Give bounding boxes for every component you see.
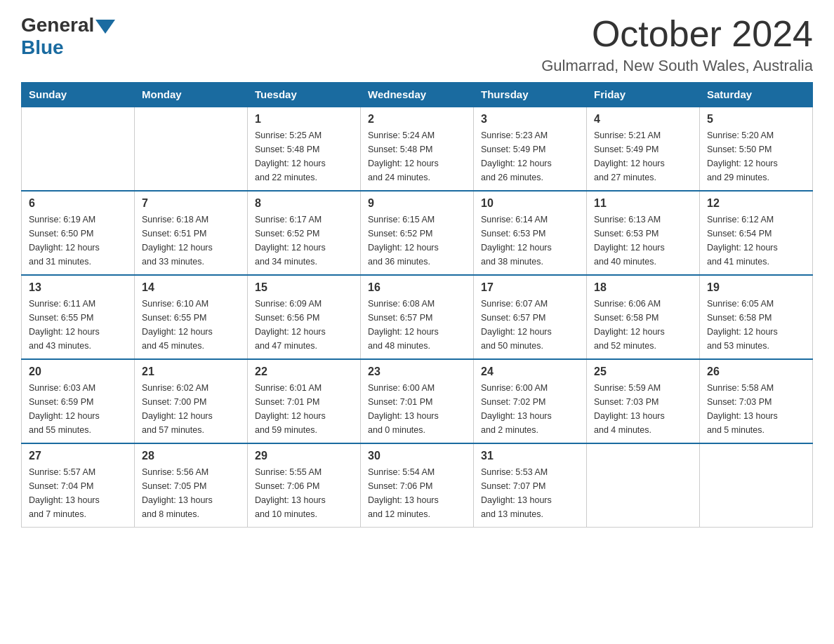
day-info: Sunrise: 5:24 AMSunset: 5:48 PMDaylight:… <box>368 128 466 185</box>
calendar-cell: 8Sunrise: 6:17 AMSunset: 6:52 PMDaylight… <box>248 191 361 275</box>
day-info: Sunrise: 6:17 AMSunset: 6:52 PMDaylight:… <box>255 213 353 269</box>
day-number: 18 <box>594 281 692 294</box>
calendar-cell: 24Sunrise: 6:00 AMSunset: 7:02 PMDayligh… <box>474 359 587 443</box>
day-number: 19 <box>707 281 805 294</box>
calendar-cell: 1Sunrise: 5:25 AMSunset: 5:48 PMDaylight… <box>248 107 361 191</box>
calendar-cell: 21Sunrise: 6:02 AMSunset: 7:00 PMDayligh… <box>135 359 248 443</box>
calendar-cell: 6Sunrise: 6:19 AMSunset: 6:50 PMDaylight… <box>22 191 135 275</box>
calendar-cell: 10Sunrise: 6:14 AMSunset: 6:53 PMDayligh… <box>474 191 587 275</box>
column-header-friday: Friday <box>587 83 700 107</box>
day-info: Sunrise: 6:03 AMSunset: 6:59 PMDaylight:… <box>29 381 127 437</box>
calendar-cell <box>22 107 135 191</box>
day-number: 4 <box>594 113 692 126</box>
day-info: Sunrise: 5:23 AMSunset: 5:49 PMDaylight:… <box>481 128 579 185</box>
week-row-3: 20Sunrise: 6:03 AMSunset: 6:59 PMDayligh… <box>22 359 813 443</box>
calendar-cell: 18Sunrise: 6:06 AMSunset: 6:58 PMDayligh… <box>587 275 700 359</box>
column-header-monday: Monday <box>135 83 248 107</box>
day-number: 29 <box>255 450 353 462</box>
calendar-table: SundayMondayTuesdayWednesdayThursdayFrid… <box>21 82 813 528</box>
calendar-cell: 28Sunrise: 5:56 AMSunset: 7:05 PMDayligh… <box>135 443 248 528</box>
day-number: 27 <box>29 450 127 462</box>
calendar-cell: 26Sunrise: 5:58 AMSunset: 7:03 PMDayligh… <box>700 359 813 443</box>
calendar-cell <box>135 107 248 191</box>
calendar-cell: 5Sunrise: 5:20 AMSunset: 5:50 PMDaylight… <box>700 107 813 191</box>
day-info: Sunrise: 6:13 AMSunset: 6:53 PMDaylight:… <box>594 213 692 269</box>
day-info: Sunrise: 5:25 AMSunset: 5:48 PMDaylight:… <box>255 128 353 185</box>
day-info: Sunrise: 6:01 AMSunset: 7:01 PMDaylight:… <box>255 381 353 437</box>
day-number: 28 <box>142 450 240 462</box>
week-row-4: 27Sunrise: 5:57 AMSunset: 7:04 PMDayligh… <box>22 443 813 528</box>
day-number: 14 <box>142 281 240 294</box>
day-number: 26 <box>707 365 805 378</box>
calendar-cell: 23Sunrise: 6:00 AMSunset: 7:01 PMDayligh… <box>361 359 474 443</box>
day-info: Sunrise: 6:11 AMSunset: 6:55 PMDaylight:… <box>29 297 127 353</box>
day-info: Sunrise: 5:20 AMSunset: 5:50 PMDaylight:… <box>707 128 805 185</box>
calendar-cell: 15Sunrise: 6:09 AMSunset: 6:56 PMDayligh… <box>248 275 361 359</box>
day-number: 7 <box>142 197 240 210</box>
calendar-cell: 13Sunrise: 6:11 AMSunset: 6:55 PMDayligh… <box>22 275 135 359</box>
day-info: Sunrise: 6:08 AMSunset: 6:57 PMDaylight:… <box>368 297 466 353</box>
logo-blue-text: Blue <box>21 36 115 59</box>
day-info: Sunrise: 6:07 AMSunset: 6:57 PMDaylight:… <box>481 297 579 353</box>
column-header-tuesday: Tuesday <box>248 83 361 107</box>
day-info: Sunrise: 6:00 AMSunset: 7:02 PMDaylight:… <box>481 381 579 437</box>
calendar-cell: 19Sunrise: 6:05 AMSunset: 6:58 PMDayligh… <box>700 275 813 359</box>
calendar-cell: 7Sunrise: 6:18 AMSunset: 6:51 PMDaylight… <box>135 191 248 275</box>
day-number: 10 <box>481 197 579 210</box>
week-row-1: 6Sunrise: 6:19 AMSunset: 6:50 PMDaylight… <box>22 191 813 275</box>
calendar-cell: 14Sunrise: 6:10 AMSunset: 6:55 PMDayligh… <box>135 275 248 359</box>
calendar-cell: 27Sunrise: 5:57 AMSunset: 7:04 PMDayligh… <box>22 443 135 528</box>
day-number: 23 <box>368 365 466 378</box>
calendar-cell: 30Sunrise: 5:54 AMSunset: 7:06 PMDayligh… <box>361 443 474 528</box>
day-info: Sunrise: 6:09 AMSunset: 6:56 PMDaylight:… <box>255 297 353 353</box>
day-number: 8 <box>255 197 353 210</box>
day-info: Sunrise: 6:00 AMSunset: 7:01 PMDaylight:… <box>368 381 466 437</box>
calendar-cell: 11Sunrise: 6:13 AMSunset: 6:53 PMDayligh… <box>587 191 700 275</box>
page-title: October 2024 <box>541 14 813 54</box>
day-number: 13 <box>29 281 127 294</box>
column-header-sunday: Sunday <box>22 83 135 107</box>
calendar-cell: 29Sunrise: 5:55 AMSunset: 7:06 PMDayligh… <box>248 443 361 528</box>
calendar-cell: 3Sunrise: 5:23 AMSunset: 5:49 PMDaylight… <box>474 107 587 191</box>
day-number: 6 <box>29 197 127 210</box>
column-header-thursday: Thursday <box>474 83 587 107</box>
title-area: October 2024 Gulmarrad, New South Wales,… <box>541 14 813 75</box>
calendar-cell <box>700 443 813 528</box>
calendar-cell: 9Sunrise: 6:15 AMSunset: 6:52 PMDaylight… <box>361 191 474 275</box>
day-info: Sunrise: 5:53 AMSunset: 7:07 PMDaylight:… <box>481 465 579 521</box>
day-number: 1 <box>255 113 353 126</box>
day-info: Sunrise: 5:59 AMSunset: 7:03 PMDaylight:… <box>594 381 692 437</box>
day-info: Sunrise: 6:15 AMSunset: 6:52 PMDaylight:… <box>368 213 466 269</box>
day-number: 25 <box>594 365 692 378</box>
day-number: 15 <box>255 281 353 294</box>
day-info: Sunrise: 5:57 AMSunset: 7:04 PMDaylight:… <box>29 465 127 521</box>
calendar-cell: 22Sunrise: 6:01 AMSunset: 7:01 PMDayligh… <box>248 359 361 443</box>
calendar-cell: 16Sunrise: 6:08 AMSunset: 6:57 PMDayligh… <box>361 275 474 359</box>
column-header-wednesday: Wednesday <box>361 83 474 107</box>
column-header-saturday: Saturday <box>700 83 813 107</box>
day-number: 20 <box>29 365 127 378</box>
calendar-cell: 31Sunrise: 5:53 AMSunset: 7:07 PMDayligh… <box>474 443 587 528</box>
day-info: Sunrise: 5:55 AMSunset: 7:06 PMDaylight:… <box>255 465 353 521</box>
day-info: Sunrise: 6:02 AMSunset: 7:00 PMDaylight:… <box>142 381 240 437</box>
calendar-cell: 20Sunrise: 6:03 AMSunset: 6:59 PMDayligh… <box>22 359 135 443</box>
day-number: 31 <box>481 450 579 462</box>
day-info: Sunrise: 6:18 AMSunset: 6:51 PMDaylight:… <box>142 213 240 269</box>
logo-general-text: General <box>21 14 94 36</box>
day-info: Sunrise: 5:54 AMSunset: 7:06 PMDaylight:… <box>368 465 466 521</box>
calendar-cell <box>587 443 700 528</box>
day-number: 3 <box>481 113 579 126</box>
day-number: 9 <box>368 197 466 210</box>
day-info: Sunrise: 6:19 AMSunset: 6:50 PMDaylight:… <box>29 213 127 269</box>
day-number: 24 <box>481 365 579 378</box>
calendar-cell: 25Sunrise: 5:59 AMSunset: 7:03 PMDayligh… <box>587 359 700 443</box>
header-area: General Blue October 2024 Gulmarrad, New… <box>21 14 813 75</box>
logo-triangle-icon <box>95 20 115 34</box>
calendar-cell: 12Sunrise: 6:12 AMSunset: 6:54 PMDayligh… <box>700 191 813 275</box>
calendar-header-row: SundayMondayTuesdayWednesdayThursdayFrid… <box>22 83 813 107</box>
day-info: Sunrise: 5:56 AMSunset: 7:05 PMDaylight:… <box>142 465 240 521</box>
day-info: Sunrise: 5:21 AMSunset: 5:49 PMDaylight:… <box>594 128 692 185</box>
calendar-cell: 4Sunrise: 5:21 AMSunset: 5:49 PMDaylight… <box>587 107 700 191</box>
calendar-cell: 2Sunrise: 5:24 AMSunset: 5:48 PMDaylight… <box>361 107 474 191</box>
day-number: 22 <box>255 365 353 378</box>
